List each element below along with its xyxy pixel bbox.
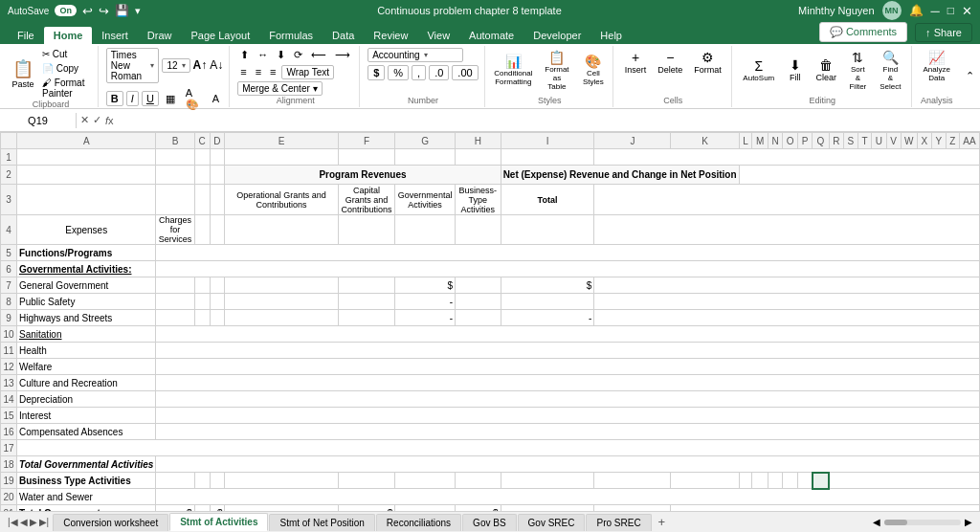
decimal-decrease-button[interactable]: .00 <box>452 65 478 80</box>
cell-b2[interactable] <box>156 166 194 185</box>
cell-c9[interactable] <box>194 310 210 326</box>
row-header-6[interactable]: 6 <box>1 261 17 277</box>
col-header-k[interactable]: K <box>671 133 739 149</box>
cell-h19[interactable] <box>455 473 501 489</box>
col-header-d[interactable]: D <box>210 133 225 149</box>
align-right-icon[interactable]: ≡ <box>267 65 278 78</box>
cell-c2[interactable] <box>194 166 210 185</box>
cell-rest-12[interactable] <box>156 359 980 375</box>
autosum-button[interactable]: Σ AutoSum <box>740 56 778 84</box>
cell-c7[interactable] <box>194 277 210 294</box>
sheet-scroll-first[interactable]: |◀ <box>8 517 18 527</box>
cell-rest-9[interactable] <box>594 310 980 326</box>
align-middle-icon[interactable]: ↔ <box>255 48 271 61</box>
cell-net-expense[interactable]: Net (Expense) Revenue and Change in Net … <box>501 166 739 185</box>
cell-d9[interactable] <box>210 310 225 326</box>
row-header-7[interactable]: 7 <box>1 277 17 294</box>
window-minimize[interactable]: ─ <box>931 4 940 18</box>
cell-e8[interactable] <box>225 294 338 310</box>
horizontal-scroll-right[interactable]: ▶ <box>961 515 976 529</box>
tab-draw[interactable]: Draw <box>138 27 182 44</box>
cell-n19[interactable] <box>768 473 782 489</box>
cell-a19[interactable]: Business Type Activities <box>17 473 156 489</box>
cell-styles-button[interactable]: 🎨 CellStyles <box>580 52 607 88</box>
cell-j19[interactable] <box>594 473 671 489</box>
paste-button[interactable]: 📋 Paste <box>10 56 36 91</box>
row-header-18[interactable]: 18 <box>1 456 17 473</box>
wrap-text-button[interactable]: Wrap Text <box>281 65 334 79</box>
cell-c3[interactable] <box>194 185 210 215</box>
font-shrink-icon[interactable]: A↓ <box>210 58 223 72</box>
row-header-20[interactable]: 20 <box>1 489 17 505</box>
cell-d19[interactable] <box>210 473 225 489</box>
cell-d7[interactable] <box>210 277 225 294</box>
cell-a6[interactable]: Governmental Activities: <box>17 261 156 277</box>
cell-b9[interactable] <box>156 310 194 326</box>
add-sheet-button[interactable]: + <box>653 513 672 531</box>
tab-file[interactable]: File <box>8 27 44 44</box>
format-painter-button[interactable]: 🖌 Format Painter <box>39 77 92 100</box>
name-box[interactable]: Q19 <box>0 113 77 128</box>
cell-i1[interactable] <box>501 149 594 166</box>
cell-h1[interactable] <box>455 149 501 166</box>
comments-button[interactable]: 💬 Comments <box>819 22 907 42</box>
conditional-formatting-button[interactable]: 📊 ConditionalFormatting <box>493 52 534 88</box>
cell-c1[interactable] <box>194 149 210 166</box>
decimal-increase-button[interactable]: .0 <box>429 65 449 80</box>
cell-rest-6[interactable] <box>156 261 980 277</box>
cell-h8[interactable] <box>455 294 501 310</box>
cell-k19[interactable] <box>671 473 739 489</box>
cell-q19[interactable] <box>813 473 830 489</box>
tab-pro-srec[interactable]: Pro SREC <box>586 514 651 531</box>
cell-h9[interactable] <box>455 310 501 326</box>
formula-input[interactable] <box>118 113 980 128</box>
row-header-21[interactable]: 21 <box>1 505 17 512</box>
spreadsheet-scroll[interactable]: A B C D E F G H I J K L M N O P Q <box>0 132 980 511</box>
tab-home[interactable]: Home <box>44 27 93 44</box>
col-header-t[interactable]: T <box>858 133 871 149</box>
cell-a5[interactable]: Functions/Programs <box>17 245 156 261</box>
window-maximize[interactable]: □ <box>947 4 954 17</box>
cell-h4[interactable] <box>455 215 501 245</box>
cell-c21[interactable]: - <box>194 505 210 512</box>
tab-stmt-activities[interactable]: Stmt of Activities <box>169 513 268 531</box>
cell-a3[interactable] <box>17 185 156 215</box>
share-button[interactable]: ↑ Share <box>915 23 972 42</box>
col-header-y[interactable]: Y <box>931 133 946 149</box>
font-name-dropdown[interactable]: Times New Roman ▾ <box>106 48 160 83</box>
user-avatar[interactable]: MN <box>882 1 902 20</box>
cell-a16[interactable]: Compensated Absences <box>17 424 156 440</box>
cell-rest-20[interactable] <box>156 489 980 505</box>
cell-b1[interactable] <box>156 149 194 166</box>
cell-f3[interactable]: Capital Grants and Contributions <box>338 185 395 215</box>
cell-e1[interactable] <box>225 149 338 166</box>
tab-stmt-net-position[interactable]: Stmt of Net Position <box>269 514 374 531</box>
cell-d8[interactable] <box>210 294 225 310</box>
cell-c4[interactable] <box>194 215 210 245</box>
cell-d21[interactable]: $ <box>210 505 225 512</box>
cell-a15[interactable]: Interest <box>17 408 156 424</box>
row-header-5[interactable]: 5 <box>1 245 17 261</box>
tab-gov-srec[interactable]: Gov SREC <box>518 514 586 531</box>
cut-button[interactable]: ✂ Cut <box>39 48 92 60</box>
cell-g8[interactable]: - <box>395 294 456 310</box>
cell-b7[interactable] <box>156 277 194 294</box>
col-header-e[interactable]: E <box>225 133 338 149</box>
col-header-q[interactable]: Q <box>813 133 830 149</box>
col-header-m[interactable]: M <box>752 133 768 149</box>
cell-l19[interactable] <box>739 473 752 489</box>
cell-a10[interactable]: Sanitation <box>17 326 156 343</box>
cell-rest-21[interactable] <box>671 505 980 512</box>
font-grow-icon[interactable]: A↑ <box>193 58 208 72</box>
cell-g4[interactable] <box>395 215 456 245</box>
cell-b21[interactable]: $ <box>156 505 194 512</box>
tab-automate[interactable]: Automate <box>459 27 523 44</box>
cell-rest-4[interactable] <box>594 215 980 245</box>
cell-rest-7[interactable] <box>594 277 980 294</box>
cell-a11[interactable]: Health <box>17 343 156 359</box>
confirm-formula-icon[interactable]: ✓ <box>93 114 101 126</box>
row-header-11[interactable]: 11 <box>1 343 17 359</box>
tab-gov-bs[interactable]: Gov BS <box>462 514 516 531</box>
undo-icon[interactable]: ↩ <box>82 4 93 18</box>
row-header-2[interactable]: 2 <box>1 166 17 185</box>
